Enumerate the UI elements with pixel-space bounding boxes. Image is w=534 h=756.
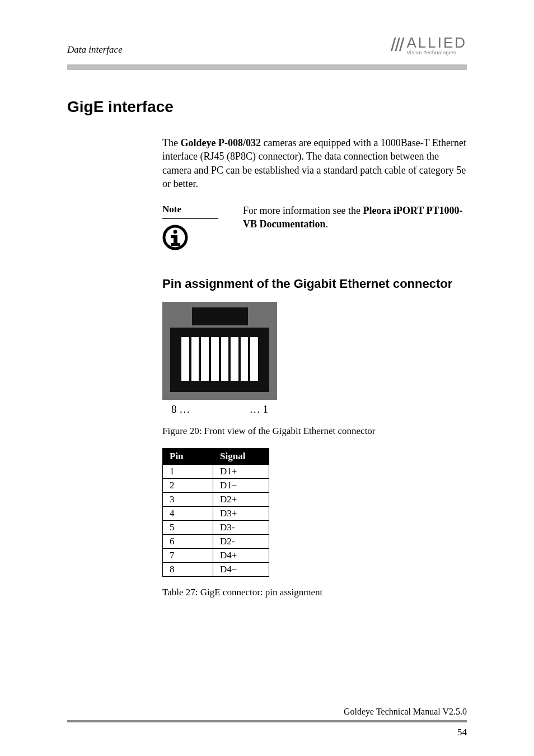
pin-num-right: … 1 (250, 403, 268, 416)
pin-bar (250, 337, 258, 381)
footer-doc-title: Goldeye Technical Manual V2.5.0 (344, 707, 467, 717)
table-cell: 5 (163, 520, 213, 534)
note-label: Note (162, 204, 235, 215)
connector-tab (192, 307, 248, 325)
pin-bar (201, 337, 209, 381)
table-cell: D2- (213, 534, 269, 548)
page-title: GigE interface (67, 98, 467, 116)
table-caption: Table 27: GigE connector: pin assignment (162, 587, 467, 598)
figure-caption: Figure 20: Front view of the Gigabit Eth… (162, 426, 467, 437)
note-text-before: For more information see the (243, 205, 363, 216)
table-cell: 4 (163, 506, 213, 520)
logo-slashes-icon: /// (391, 34, 403, 55)
connector-body (170, 328, 269, 392)
intro-paragraph: The Goldeye P-008/032 cameras are equipp… (162, 136, 467, 190)
svg-point-1 (174, 230, 177, 234)
pin-bar (211, 337, 219, 381)
table-cell: 1 (163, 464, 213, 478)
table-header-pin: Pin (163, 448, 213, 464)
table-header-signal: Signal (213, 448, 269, 464)
rj45-connector-illustration (162, 302, 277, 400)
footer-divider (67, 720, 467, 722)
table-cell: 6 (163, 534, 213, 548)
pin-bar (181, 337, 189, 381)
table-row: 7D4+ (163, 548, 269, 562)
table-cell: D3+ (213, 506, 269, 520)
table-row: 5D3- (163, 520, 269, 534)
section-heading: Pin assignment of the Gigabit Ethernet c… (162, 276, 465, 292)
pin-num-left: 8 … (171, 403, 190, 416)
page-number: 54 (457, 727, 467, 738)
table-row: 8D4− (163, 562, 269, 576)
pin-bar (191, 337, 199, 381)
table-cell: 3 (163, 492, 213, 506)
pin-assignment-table: Pin Signal 1D1+2D1−3D2+4D3+5D3-6D2-7D4+8… (162, 448, 269, 577)
table-cell: D3- (213, 520, 269, 534)
table-cell: D1− (213, 478, 269, 492)
info-icon (162, 225, 235, 253)
table-cell: 2 (163, 478, 213, 492)
intro-product: Goldeye P-008/032 (180, 137, 260, 148)
logo-sub-text: Vision Technologies (406, 50, 467, 55)
table-cell: D2+ (213, 492, 269, 506)
table-cell: D1+ (213, 464, 269, 478)
intro-before: The (162, 137, 180, 148)
table-cell: 7 (163, 548, 213, 562)
table-cell: D4− (213, 562, 269, 576)
figure-connector: 8 … … 1 Figure 20: Front view of the Gig… (162, 302, 467, 437)
table-cell: D4+ (213, 548, 269, 562)
table-row: 3D2+ (163, 492, 269, 506)
note-text-after: . (326, 218, 329, 230)
brand-logo: /// ALLIED Vision Technologies (391, 34, 467, 55)
table-row: 4D3+ (163, 506, 269, 520)
pin-bar (231, 337, 238, 381)
table-row: 2D1− (163, 478, 269, 492)
pin-bar (221, 337, 229, 381)
table-cell: 8 (163, 562, 213, 576)
connector-pins (181, 337, 258, 381)
note-divider (162, 218, 218, 219)
table-row: 6D2- (163, 534, 269, 548)
logo-main-text: ALLIED (406, 35, 467, 50)
pin-bar (241, 337, 249, 381)
note-block: Note For more information see the Pleora… (162, 204, 467, 253)
table-row: 1D1+ (163, 464, 269, 478)
header-divider (67, 64, 467, 70)
svg-rect-4 (171, 243, 180, 246)
section-label: Data interface (67, 44, 123, 55)
